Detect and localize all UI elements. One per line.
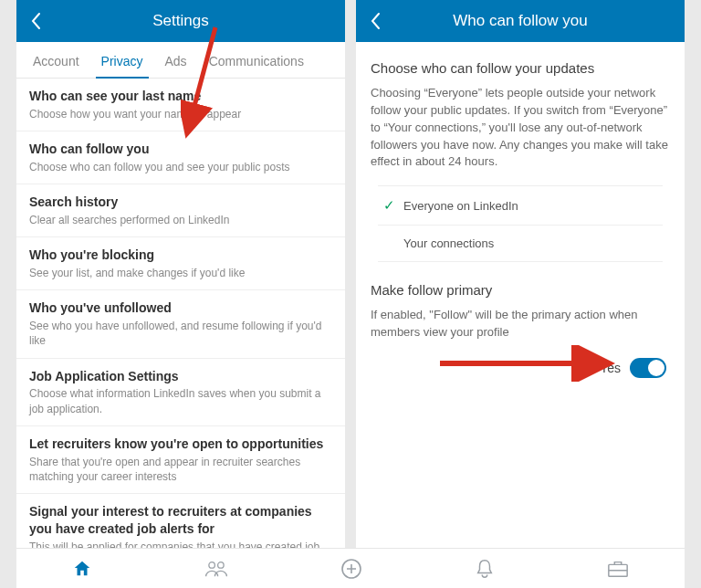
option-everyone[interactable]: ✓ Everyone on LinkedIn xyxy=(378,185,663,226)
nav-notifications[interactable] xyxy=(475,558,495,580)
people-icon xyxy=(204,559,228,579)
follow-primary-description: If enabled, "Follow" will be the primary… xyxy=(371,307,670,341)
setting-last-name[interactable]: Who can see your last nameChoose how you… xyxy=(16,79,345,131)
section-follow-primary: Make follow primary xyxy=(371,282,670,298)
option-connections[interactable]: Your connections xyxy=(378,226,663,262)
follow-primary-toggle-row: Yes xyxy=(371,341,670,394)
choose-followers-description: Choosing “Everyone” lets people outside … xyxy=(371,85,670,171)
page-title: Settings xyxy=(16,12,345,30)
header-bar: Settings xyxy=(16,0,345,42)
settings-tabs: Account Privacy Ads Communications xyxy=(16,42,345,79)
follow-settings-screen: Who can follow you Choose who can follow… xyxy=(356,0,685,588)
setting-search-history[interactable]: Search historyClear all searches perform… xyxy=(16,184,345,237)
plus-circle-icon xyxy=(340,558,362,580)
option-label: Your connections xyxy=(403,236,494,250)
bell-icon xyxy=(475,558,495,580)
toggle-label: Yes xyxy=(600,361,621,375)
tab-ads[interactable]: Ads xyxy=(154,54,198,78)
setting-blocking[interactable]: Who you're blockingSee your list, and ma… xyxy=(16,237,345,290)
header-bar: Who can follow you xyxy=(356,0,685,42)
svg-point-0 xyxy=(209,562,215,568)
checkmark-icon: ✓ xyxy=(383,197,403,214)
nav-network[interactable] xyxy=(204,559,228,579)
option-label: Everyone on LinkedIn xyxy=(403,199,518,213)
tab-communications[interactable]: Communications xyxy=(198,54,315,78)
page-title: Who can follow you xyxy=(356,12,685,30)
nav-home[interactable] xyxy=(72,559,92,579)
settings-screen: Settings Account Privacy Ads Communicati… xyxy=(16,0,345,588)
settings-list: Who can see your last nameChoose how you… xyxy=(16,79,345,588)
home-icon xyxy=(72,559,92,579)
bottom-nav xyxy=(16,548,685,588)
follow-settings-body: Choose who can follow your updates Choos… xyxy=(356,42,685,588)
tab-privacy[interactable]: Privacy xyxy=(90,54,154,78)
setting-unfollowed[interactable]: Who you've unfollowedSee who you have un… xyxy=(16,290,345,358)
tab-account[interactable]: Account xyxy=(22,54,90,78)
chevron-left-icon xyxy=(30,12,41,30)
setting-job-application[interactable]: Job Application SettingsChoose what info… xyxy=(16,359,345,426)
chevron-left-icon xyxy=(370,12,381,30)
svg-point-1 xyxy=(218,562,225,568)
setting-who-can-follow[interactable]: Who can follow youChoose who can follow … xyxy=(16,131,345,184)
nav-post[interactable] xyxy=(340,558,362,580)
follow-primary-toggle[interactable] xyxy=(630,358,666,378)
briefcase-icon xyxy=(607,559,629,579)
back-button[interactable] xyxy=(16,12,55,30)
back-button[interactable] xyxy=(356,12,394,30)
follower-options: ✓ Everyone on LinkedIn Your connections xyxy=(378,185,663,262)
section-choose-followers: Choose who can follow your updates xyxy=(371,60,670,76)
nav-jobs[interactable] xyxy=(607,559,629,579)
setting-recruiters-open[interactable]: Let recruiters know you're open to oppor… xyxy=(16,426,345,494)
